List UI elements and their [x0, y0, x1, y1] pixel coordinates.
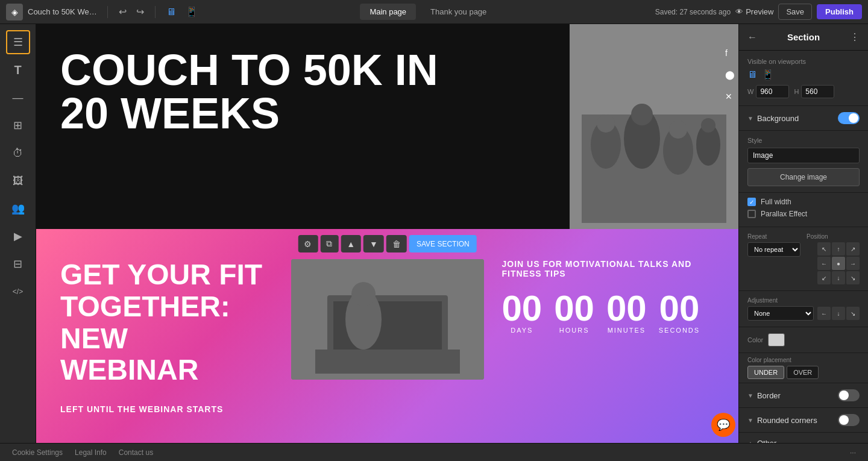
sidebar-item-image[interactable]: 🖼 [6, 169, 30, 193]
preview-button[interactable]: 👁 Preview [735, 7, 773, 16]
redo-button[interactable]: ↪ [133, 5, 148, 19]
thank-you-page-tab[interactable]: Thank you page [421, 4, 496, 20]
repeat-position-row: Repeat No repeat Repeat Repeat X Repeat … [747, 233, 860, 284]
over-button[interactable]: OVER [787, 366, 819, 379]
full-width-checkbox[interactable]: ✓ [747, 198, 756, 206]
chat-button[interactable]: 💬 [711, 413, 735, 437]
position-col: Position ↖ ↑ ↗ ← ● → ↙ [807, 233, 860, 284]
full-width-row: ✓ Full width [747, 198, 860, 206]
color-placement-label: Color placement [747, 357, 860, 363]
page-tabs: Main page Thank you page [206, 4, 650, 20]
border-row[interactable]: ▼ Border [739, 383, 868, 408]
border-toggle[interactable] [838, 389, 860, 401]
desktop-view-button[interactable]: 🖥 [163, 5, 180, 19]
pos-top-left[interactable]: ↖ [817, 242, 831, 256]
mobile-view-button[interactable]: 📱 [182, 5, 201, 19]
sidebar-item-text[interactable]: T [6, 58, 30, 82]
page-title: Couch to 50K Webi... [28, 7, 100, 16]
repeat-position-section: Repeat No repeat Repeat Repeat X Repeat … [739, 227, 868, 291]
pos-mid-center[interactable]: ● [832, 257, 845, 270]
color-swatch[interactable] [768, 333, 785, 347]
hero-image-area: f ⬤ ✕ [570, 24, 738, 229]
viewport-buttons: 🖥 📱 [747, 69, 860, 80]
divider2 [155, 6, 156, 18]
contact-us-link[interactable]: Contact us [119, 448, 153, 457]
under-button[interactable]: UNDER [747, 366, 784, 379]
viewport-section: Visible on viewports 🖥 📱 W H [739, 51, 868, 106]
legal-info-link[interactable]: Legal Info [75, 448, 107, 457]
section-move-up-button[interactable]: ▲ [341, 235, 361, 252]
back-button[interactable]: ← [747, 32, 757, 43]
webinar-footer-text: LEFT UNTIL THE WEBINAR STARTS [36, 404, 738, 426]
webinar-image [291, 259, 484, 380]
rounded-corners-row[interactable]: ▼ Rounded corners [739, 408, 868, 433]
section-delete-button[interactable]: 🗑 [386, 235, 407, 252]
sidebar-item-code[interactable]: </> [6, 280, 30, 304]
color-label: Color [747, 336, 763, 343]
publish-button[interactable]: Publish [817, 4, 862, 19]
svg-point-14 [351, 282, 376, 306]
instagram-icon[interactable]: ⬤ [725, 70, 734, 80]
adj-btn-2[interactable]: ↓ [832, 307, 845, 320]
save-button[interactable]: Save [778, 4, 812, 20]
pos-top-center[interactable]: ↑ [832, 242, 845, 256]
social-icons-group: f ⬤ ✕ [720, 24, 738, 125]
sidebar-item-timer[interactable]: ⏱ [6, 141, 30, 165]
eye-icon: 👁 [735, 7, 743, 16]
save-section-button[interactable]: SAVE SECTION [409, 235, 477, 252]
repeat-label: Repeat [747, 233, 800, 240]
height-label: H [794, 88, 799, 95]
sidebar-item-sections[interactable]: ☰ [6, 30, 30, 54]
height-input[interactable] [801, 85, 834, 98]
adj-btn-3[interactable]: ↘ [846, 307, 860, 320]
webinar-right-col: JOIN US FOR MOTIVATIONAL TALKS AND FITNE… [502, 259, 715, 386]
pos-bot-right[interactable]: ↘ [846, 271, 860, 284]
pos-mid-right[interactable]: → [846, 257, 860, 270]
section-move-down-button[interactable]: ▼ [363, 235, 384, 252]
main-page-tab[interactable]: Main page [360, 4, 416, 20]
sidebar-item-elements[interactable]: ⊞ [6, 113, 30, 137]
width-input[interactable] [756, 85, 789, 98]
webinar-content: GET YOUR FIT TOGETHER: NEW WEBINAR [36, 229, 738, 404]
pos-row-1: ↖ ↑ ↗ [817, 242, 860, 256]
dimensions-group: W H [747, 85, 860, 98]
rounded-corners-toggle[interactable] [838, 414, 860, 426]
twitter-icon[interactable]: ✕ [725, 92, 734, 101]
section-copy-button[interactable]: ⧉ [320, 235, 338, 252]
sidebar-item-video[interactable]: ▶ [6, 224, 30, 248]
position-arrows: ↖ ↑ ↗ ← ● → ↙ ↓ ↘ [807, 242, 860, 284]
webinar-title: GET YOUR FIT TOGETHER: NEW WEBINAR [60, 259, 273, 386]
sidebar-item-people[interactable]: 👥 [6, 196, 30, 221]
panel-menu-button[interactable]: ⋮ [850, 31, 860, 43]
sidebar-item-divider[interactable]: — [6, 86, 30, 110]
pos-bot-left[interactable]: ↙ [817, 271, 831, 284]
pos-bot-center[interactable]: ↓ [832, 271, 845, 284]
adjustment-select[interactable]: None Cover Contain [747, 306, 814, 321]
mobile-viewport-button[interactable]: 📱 [762, 69, 774, 80]
height-group: H [794, 85, 834, 98]
border-label: ▼ Border [747, 391, 781, 400]
webinar-left-col: GET YOUR FIT TOGETHER: NEW WEBINAR [60, 259, 273, 386]
rounded-chevron-icon: ▼ [747, 417, 753, 424]
viewport-label: Visible on viewports [747, 58, 860, 65]
other-row[interactable]: ▲ Other [739, 433, 868, 443]
cookie-settings-link[interactable]: Cookie Settings [12, 448, 63, 457]
background-chevron[interactable]: ▼ [747, 115, 753, 122]
style-select[interactable]: Image Color Gradient Video [747, 148, 860, 163]
color-placement-buttons: UNDER OVER [747, 366, 860, 379]
repeat-select[interactable]: No repeat Repeat Repeat X Repeat Y [747, 242, 800, 257]
parallax-checkbox[interactable] [747, 210, 756, 218]
background-toggle[interactable] [838, 112, 860, 124]
sidebar-item-layout[interactable]: ⊟ [6, 252, 30, 276]
facebook-icon[interactable]: f [725, 48, 734, 58]
change-image-button[interactable]: Change image [747, 168, 860, 186]
pos-top-right[interactable]: ↗ [846, 242, 860, 256]
svg-point-6 [597, 114, 615, 133]
undo-button[interactable]: ↩ [115, 5, 130, 19]
adj-btn-1[interactable]: ← [817, 307, 831, 320]
logo-icon: ◈ [6, 4, 23, 20]
section-settings-button[interactable]: ⚙ [298, 235, 318, 252]
hero-text-area: COUCH TO 50K IN 20 WEEKS [36, 24, 570, 229]
desktop-viewport-button[interactable]: 🖥 [747, 69, 757, 80]
pos-mid-left[interactable]: ← [817, 257, 831, 270]
